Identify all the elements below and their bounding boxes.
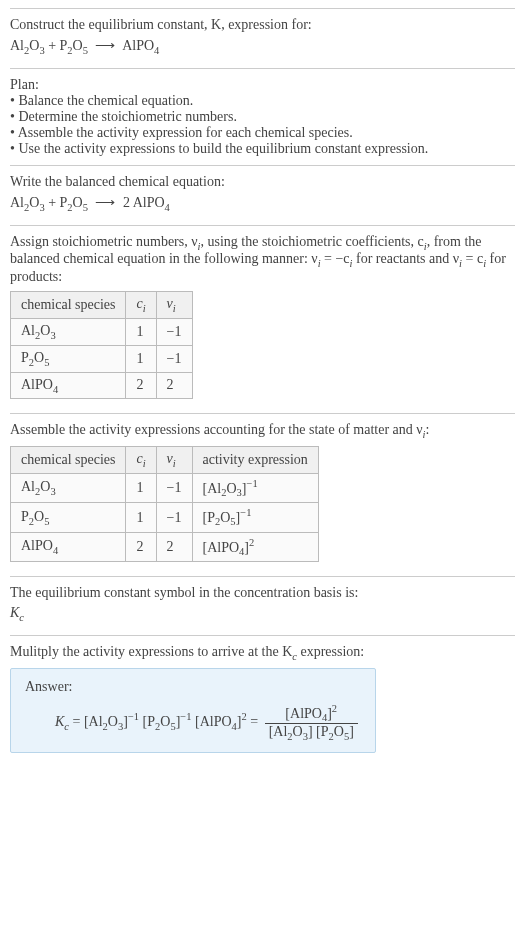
t: = c <box>462 251 483 266</box>
denominator: [Al2O3] [P2O5] <box>265 724 358 742</box>
arrow-icon: ⟶ <box>95 37 115 54</box>
table-row: P2O5 1 −1 [P2O5]−1 <box>11 503 319 532</box>
plan-item: Determine the stoichiometric numbers. <box>10 109 515 125</box>
t: [P <box>139 714 155 729</box>
symbol-line1: The equilibrium constant symbol in the c… <box>10 585 515 601</box>
cell-v: 2 <box>156 372 192 399</box>
eq-o: O <box>29 195 39 210</box>
symbol-kc: Kc <box>10 605 515 623</box>
answer-equation: Kc = [Al2O3]−1 [P2O5]−1 [AlPO4]2 = [AlPO… <box>25 703 361 742</box>
balanced-heading: Write the balanced chemical equation: <box>10 174 515 190</box>
coef: 2 <box>123 195 130 210</box>
plan-section: Plan: Balance the chemical equation. Det… <box>10 68 515 165</box>
cell-c: 2 <box>126 372 156 399</box>
t: [P <box>316 724 328 739</box>
sub: 4 <box>165 202 170 213</box>
table-header-row: chemical species ci νi activity expressi… <box>11 447 319 474</box>
fraction: [AlPO4]2[Al2O3] [P2O5] <box>265 703 358 742</box>
t: O <box>334 724 344 739</box>
table-header-row: chemical species ci νi <box>11 292 193 319</box>
intro-section: Construct the equilibrium constant, K, e… <box>10 8 515 68</box>
eq-al: Al <box>10 38 24 53</box>
sub: i <box>143 458 146 469</box>
t: expression: <box>297 644 364 659</box>
t: [Al <box>269 724 288 739</box>
table-row: Al2O3 1 −1 <box>11 318 193 345</box>
t: Assign stoichiometric numbers, ν <box>10 234 198 249</box>
assemble-section: Assemble the activity expressions accoun… <box>10 413 515 576</box>
cell-species: AlPO4 <box>11 372 126 399</box>
sub: 5 <box>83 202 88 213</box>
t: Mulitply the activity expressions to arr… <box>10 644 292 659</box>
col-nui: νi <box>156 292 192 319</box>
eq-alpo: AlPO <box>133 195 165 210</box>
sub: i <box>173 303 176 314</box>
t: O <box>108 714 118 729</box>
answer-label: Answer: <box>25 679 361 695</box>
plan-item: Use the activity expressions to build th… <box>10 141 515 157</box>
t: [AlPO <box>191 714 231 729</box>
cell-v: −1 <box>156 473 192 502</box>
sup: −1 <box>246 478 257 489</box>
cell-v: 2 <box>156 532 192 561</box>
plan-heading: Plan: <box>10 77 515 93</box>
col-species: chemical species <box>11 292 126 319</box>
sup: −1 <box>240 507 251 518</box>
table-row: AlPO4 2 2 [AlPO4]2 <box>11 532 319 561</box>
balanced-section: Write the balanced chemical equation: Al… <box>10 165 515 225</box>
sup: 2 <box>249 537 254 548</box>
eq: = <box>247 714 262 729</box>
cell-expr: [AlPO4]2 <box>192 532 318 561</box>
sub: i <box>173 458 176 469</box>
answer-box: Answer: Kc = [Al2O3]−1 [P2O5]−1 [AlPO4]2… <box>10 668 376 753</box>
sub: 5 <box>83 45 88 56</box>
t: ] <box>349 724 354 739</box>
cell-expr: [P2O5]−1 <box>192 503 318 532</box>
cell-c: 1 <box>126 345 156 372</box>
assign-text: Assign stoichiometric numbers, νi, using… <box>10 234 515 286</box>
balanced-equation: Al2O3 + P2O5 ⟶ 2 AlPO4 <box>10 194 515 213</box>
cell-expr: [Al2O3]−1 <box>192 473 318 502</box>
t: : <box>426 422 430 437</box>
t: = −c <box>321 251 350 266</box>
sup: −1 <box>180 711 191 722</box>
intro-line1: Construct the equilibrium constant, K, e… <box>10 17 312 32</box>
sub: i <box>143 303 146 314</box>
t: O <box>160 714 170 729</box>
plan-item: Balance the chemical equation. <box>10 93 515 109</box>
cell-c: 2 <box>126 532 156 561</box>
t: ] <box>308 724 316 739</box>
intro-text: Construct the equilibrium constant, K, e… <box>10 17 515 33</box>
eq-al: Al <box>10 195 24 210</box>
assemble-text: Assemble the activity expressions accoun… <box>10 422 515 440</box>
cell-c: 1 <box>126 473 156 502</box>
symbol-section: The equilibrium constant symbol in the c… <box>10 576 515 635</box>
cell-species: Al2O3 <box>11 318 126 345</box>
eq-o: O <box>73 195 83 210</box>
cell-v: −1 <box>156 318 192 345</box>
unbalanced-equation: Al2O3 + P2O5 ⟶ AlPO4 <box>10 37 515 56</box>
t: O <box>293 724 303 739</box>
t: [AlPO <box>285 706 322 721</box>
eq: = <box>69 714 84 729</box>
sup: 2 <box>332 703 337 714</box>
eq-o: O <box>73 38 83 53</box>
col-nui: νi <box>156 447 192 474</box>
plan-list: Balance the chemical equation. Determine… <box>10 93 515 157</box>
K: K <box>55 714 64 729</box>
arrow-icon: ⟶ <box>95 194 115 211</box>
col-activity: activity expression <box>192 447 318 474</box>
plus: + <box>45 38 60 53</box>
cell-species: P2O5 <box>11 345 126 372</box>
sup: −1 <box>128 711 139 722</box>
cell-species: P2O5 <box>11 503 126 532</box>
numerator: [AlPO4]2 <box>265 703 358 724</box>
table-row: AlPO4 2 2 <box>11 372 193 399</box>
multiply-text: Mulitply the activity expressions to arr… <box>10 644 515 662</box>
col-ci: ci <box>126 447 156 474</box>
t: , using the stoichiometric coefficients,… <box>200 234 423 249</box>
col-ci: ci <box>126 292 156 319</box>
cell-c: 1 <box>126 503 156 532</box>
table-row: Al2O3 1 −1 [Al2O3]−1 <box>11 473 319 502</box>
t: for reactants and ν <box>352 251 459 266</box>
